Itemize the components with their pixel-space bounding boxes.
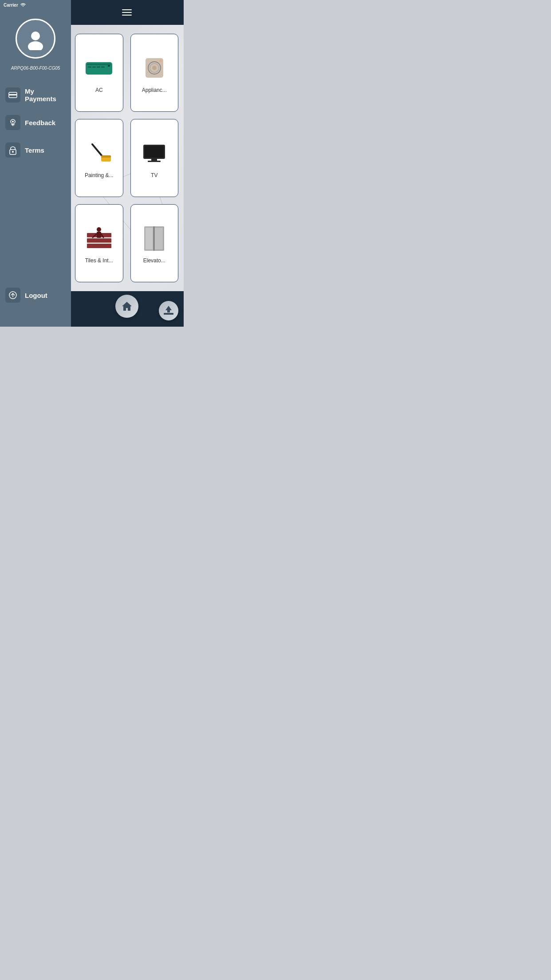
svg-rect-15: [101, 67, 105, 67]
ac-label: AC: [95, 87, 103, 93]
elevator-icon-wrap: [139, 223, 170, 254]
svg-rect-16: [108, 65, 110, 67]
bottom-bar: [70, 291, 184, 327]
home-button-wrap: [115, 306, 138, 318]
tiles-image: [85, 225, 114, 252]
payments-icon-wrap: [5, 87, 20, 103]
avatar: [16, 19, 55, 59]
svg-point-59: [12, 151, 14, 153]
feedback-icon: [8, 118, 17, 127]
logout-icon-wrap: [5, 288, 20, 303]
svg-rect-43: [146, 228, 153, 249]
avatar-wrap: [16, 19, 55, 59]
carrier-text: Carrier: [4, 3, 18, 8]
svg-rect-12: [88, 67, 91, 67]
service-card-painting[interactable]: Painting &...: [75, 119, 123, 197]
tiles-label: Tiles & Int...: [85, 257, 113, 264]
appliances-icon-wrap: [139, 52, 170, 83]
logout-icon: [8, 291, 17, 300]
service-card-tiles[interactable]: Tiles & Int...: [75, 204, 123, 282]
svg-rect-24: [101, 155, 111, 158]
svg-rect-52: [9, 94, 17, 95]
svg-rect-14: [97, 67, 100, 67]
home-button[interactable]: [115, 295, 138, 318]
tv-label: TV: [151, 172, 157, 178]
service-card-appliances[interactable]: Applianc...: [130, 34, 179, 112]
hamburger-menu[interactable]: [122, 9, 132, 16]
svg-rect-27: [151, 159, 157, 161]
svg-rect-28: [148, 161, 161, 162]
tv-icon-wrap: [139, 138, 170, 169]
elevator-label: Elevato...: [143, 257, 165, 264]
svg-marker-48: [165, 306, 172, 312]
logout-label: Logout: [25, 292, 47, 299]
terms-label: Terms: [25, 146, 44, 154]
ac-icon-wrap: [83, 52, 114, 83]
svg-rect-36: [97, 232, 101, 238]
svg-rect-47: [164, 313, 173, 315]
nav-item-terms[interactable]: Terms: [0, 136, 71, 164]
svg-point-21: [159, 59, 162, 62]
svg-rect-13: [92, 67, 96, 67]
payments-label: My Payments: [25, 87, 66, 103]
user-id: ARPQ06-B00-F00-CG05: [8, 66, 64, 71]
right-panel: AC Applianc...: [70, 0, 184, 327]
download-button[interactable]: [159, 301, 178, 320]
wifi-icon: [20, 3, 26, 7]
terms-icon-wrap: [5, 142, 20, 158]
service-card-elevator[interactable]: Elevato...: [130, 204, 179, 282]
app-container: AC Applianc...: [0, 0, 184, 327]
painting-label: Painting &...: [85, 172, 114, 178]
painting-image: [83, 140, 114, 166]
sidebar: Carrier ARPQ06-B00-F00-CG05: [0, 0, 71, 327]
ac-image: [83, 57, 114, 79]
feedback-icon-wrap: [5, 115, 20, 130]
lock-icon: [9, 145, 17, 155]
svg-rect-53: [10, 96, 12, 97]
nav-item-payments[interactable]: My Payments: [0, 81, 71, 109]
svg-rect-44: [155, 228, 163, 249]
tv-image: [140, 141, 169, 166]
svg-point-20: [152, 66, 157, 70]
download-icon: [163, 305, 174, 316]
painting-icon-wrap: [83, 138, 114, 169]
svg-rect-11: [87, 63, 111, 65]
svg-rect-30: [87, 244, 111, 248]
service-card-ac[interactable]: AC: [75, 34, 123, 112]
credit-card-icon: [8, 91, 17, 99]
appliances-label: Applianc...: [142, 87, 167, 93]
svg-rect-29: [87, 238, 111, 243]
svg-point-49: [31, 32, 40, 40]
service-card-tv[interactable]: TV: [130, 119, 179, 197]
nav-item-feedback[interactable]: Feedback: [0, 109, 71, 136]
svg-point-50: [28, 41, 43, 50]
svg-marker-46: [122, 302, 132, 311]
svg-point-55: [12, 121, 14, 122]
tiles-icon-wrap: [83, 223, 114, 254]
nav-item-logout[interactable]: Logout: [0, 281, 71, 309]
status-bar: Carrier: [0, 0, 71, 10]
appliances-image: [141, 55, 168, 81]
top-bar: [70, 0, 184, 25]
service-grid: AC Applianc...: [70, 25, 184, 291]
svg-point-35: [97, 227, 101, 232]
feedback-label: Feedback: [25, 119, 55, 126]
home-icon: [121, 300, 133, 312]
elevator-image: [142, 224, 166, 253]
svg-rect-26: [145, 146, 164, 158]
avatar-icon: [24, 27, 47, 50]
